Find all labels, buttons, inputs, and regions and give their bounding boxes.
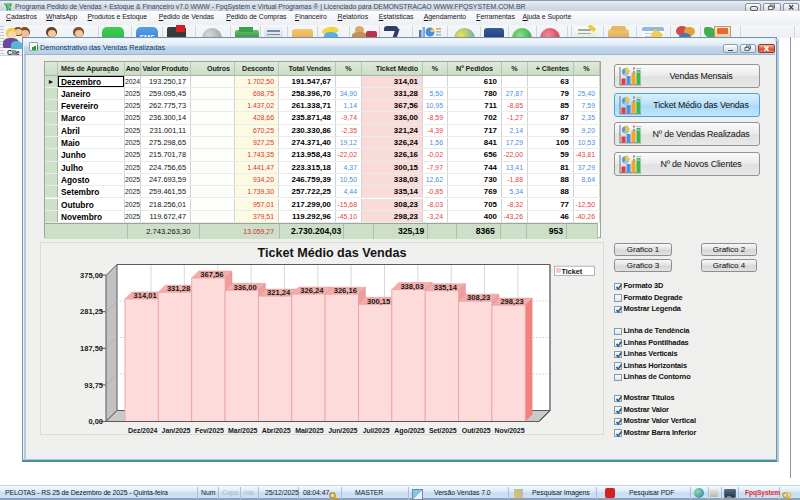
svg-text:300,15: 300,15	[367, 297, 391, 306]
svg-text:Abr/2025: Abr/2025	[262, 427, 291, 434]
svg-text:Ago/2025: Ago/2025	[394, 427, 425, 435]
svg-text:335,14: 335,14	[434, 283, 458, 292]
svg-text:331,28: 331,28	[167, 284, 190, 293]
svg-text:281,25: 281,25	[80, 307, 103, 316]
svg-text:Nov/2025: Nov/2025	[495, 427, 525, 434]
svg-text:Ticket: Ticket	[562, 267, 583, 276]
svg-text:308,23: 308,23	[467, 293, 490, 302]
svg-text:298,23: 298,23	[500, 297, 523, 306]
svg-text:93,75: 93,75	[84, 381, 103, 390]
svg-text:Set/2025: Set/2025	[429, 427, 457, 434]
svg-text:Fev/2025: Fev/2025	[195, 427, 224, 434]
svg-text:Mar/2025: Mar/2025	[228, 427, 257, 434]
svg-text:187,50: 187,50	[80, 344, 103, 353]
svg-text:Jul/2025: Jul/2025	[363, 427, 390, 434]
svg-text:Out/2025: Out/2025	[462, 427, 491, 434]
svg-text:Jan/2025: Jan/2025	[162, 427, 191, 434]
svg-text:0,00: 0,00	[88, 417, 103, 426]
svg-text:326,16: 326,16	[334, 286, 357, 295]
svg-text:367,56: 367,56	[200, 270, 223, 279]
svg-text:Jun/2025: Jun/2025	[328, 427, 357, 434]
svg-text:336,00: 336,00	[234, 283, 257, 292]
svg-text:Mai/2025: Mai/2025	[295, 427, 324, 434]
svg-text:326,24: 326,24	[300, 286, 324, 295]
svg-text:321,24: 321,24	[267, 288, 291, 297]
svg-text:Dez/2024: Dez/2024	[128, 427, 157, 434]
svg-text:338,03: 338,03	[400, 282, 423, 291]
svg-text:314,01: 314,01	[134, 291, 158, 300]
svg-text:375,00: 375,00	[80, 271, 103, 280]
